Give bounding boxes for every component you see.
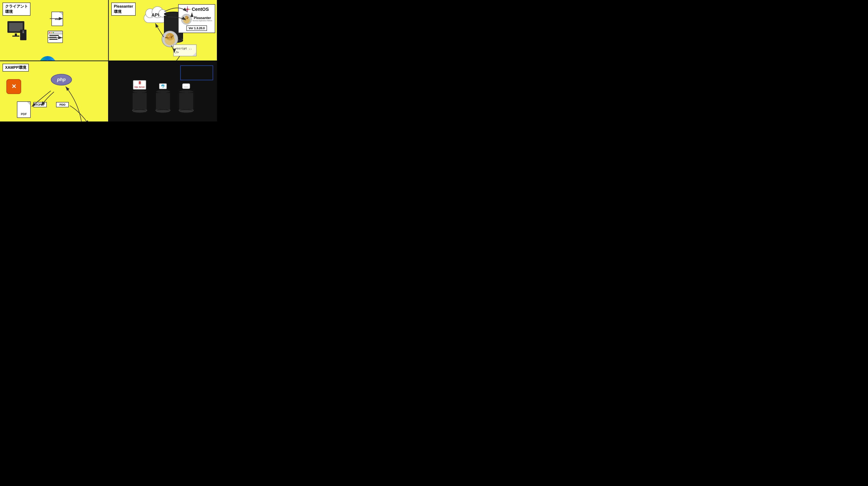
svg-point-10 (169, 37, 171, 38)
version-box: Ver 1.3.20.0 (186, 25, 207, 31)
client-panel: クライアント 環境 xlsx (0, 0, 108, 61)
svg-point-8 (168, 35, 169, 36)
pleasanter-panel: Pleasanter 環境 API 🐘 (109, 0, 217, 61)
sqlserver-db: 🗄 SQL Server (132, 90, 147, 113)
pdf-icon: PDF (17, 101, 31, 118)
dots-badge: ... (182, 83, 190, 89)
svg-point-21 (185, 17, 186, 17)
main-grid: クライアント 環境 xlsx (0, 0, 217, 121)
computer-icon (7, 21, 26, 42)
script-note: <script ../> (173, 44, 196, 56)
client-label: クライアント 環境 (3, 3, 30, 16)
sqlserver-badge: 🗄 SQL Server (133, 80, 146, 90)
xlsx-icon: xlsx (50, 12, 65, 26)
svg-rect-17 (187, 8, 188, 10)
generic-db: ... (179, 90, 194, 113)
blue-box (180, 65, 213, 80)
xampp-logo: ✕ (6, 79, 21, 94)
db-row: 🗄 SQL Server 🐬 (109, 90, 217, 113)
centos-logo-icon (185, 6, 190, 12)
php-logo: php (51, 74, 72, 86)
mysql-db: 🐬 (156, 90, 170, 113)
browser-icon (48, 31, 65, 43)
xampp-panel: XAMPP環境 ✕ php PDF TCPDF PDO (0, 61, 108, 122)
pleasanter-bird-small (181, 14, 192, 25)
edge-icon (39, 56, 58, 61)
mysql-badge: 🐬 (159, 83, 167, 89)
pleasanter-brand-box: CentOS Pleasanter Business Appli (178, 4, 215, 33)
xampp-label: XAMPP環境 (3, 64, 29, 71)
tcpdf-label: TCPDF (33, 102, 47, 107)
pleasanter-label: Pleasanter 環境 (111, 3, 136, 16)
dark-panel: 🗄 SQL Server 🐬 (109, 61, 217, 122)
pdo-label: PDO (56, 102, 69, 107)
